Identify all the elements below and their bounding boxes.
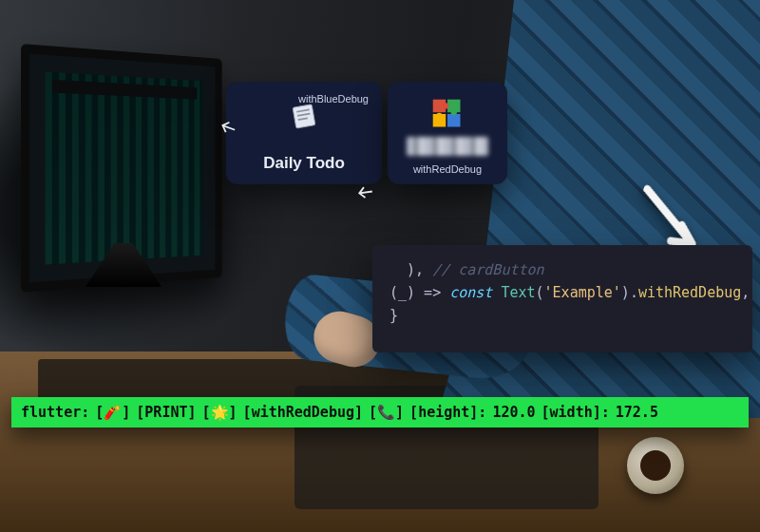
console-output: flutter: [ 🧨 ] [ PRINT ] [ 🌟 ] [ withRed…	[11, 397, 749, 428]
code-snippet: ), // cardButton (_) => const Text('Exam…	[372, 245, 752, 352]
console-bracket-close: ]	[188, 404, 197, 421]
label-withRedDebug: withRedDebug	[388, 163, 507, 175]
svg-point-8	[443, 103, 448, 108]
code-string: 'Example'	[544, 284, 621, 301]
console-bracket-close: ]	[354, 404, 363, 421]
monitor-screen	[46, 72, 203, 265]
console-bracket-close: ]	[395, 404, 404, 421]
svg-point-9	[451, 109, 457, 115]
code-keyword-const: const	[449, 284, 492, 301]
console-bracket-open: [	[202, 404, 211, 421]
console-tag: withRedDebug	[252, 404, 354, 421]
code-dot: .	[630, 284, 638, 301]
code-paren-open: (	[536, 284, 544, 301]
page-icon	[288, 103, 320, 129]
console-bracket-open: [	[369, 404, 377, 421]
console-height-label: height	[418, 404, 469, 421]
code-line3-brace: }	[390, 307, 398, 324]
puzzle-icon	[430, 97, 465, 131]
svg-point-10	[436, 113, 442, 119]
console-bracket-close: ]	[122, 404, 130, 421]
code-paren-close: )	[621, 284, 630, 301]
console-prefix: flutter:	[21, 404, 89, 421]
card-blurred-title	[407, 137, 488, 156]
console-height-value: 120.0	[492, 404, 535, 421]
firecracker-icon: 🧨	[104, 404, 122, 421]
code-line2-open: (_) =>	[390, 284, 449, 301]
sparkle-icon: 🌟	[211, 404, 229, 421]
code-trailing-comma: ,	[741, 284, 750, 301]
code-comment: // cardButton	[432, 261, 543, 278]
svg-rect-7	[447, 114, 461, 127]
console-bracket-open: [	[409, 404, 418, 421]
console-bracket-open: [	[542, 404, 550, 421]
console-bracket-close: ]	[469, 404, 478, 421]
console-width-value: 172.5	[616, 404, 658, 421]
console-bracket-open: [	[243, 404, 252, 421]
code-type-text: Text	[501, 284, 535, 301]
card-daily-todo[interactable]: withBlueDebug Daily Todo	[226, 82, 382, 184]
phone-icon: 📞	[377, 404, 395, 421]
console-bracket-close: ]	[593, 404, 601, 421]
card-puzzle[interactable]: withRedDebug	[388, 82, 507, 184]
card-title: Daily Todo	[241, 154, 367, 173]
code-call-withRedDebug: withRedDebug	[638, 284, 741, 301]
console-bracket-open: [	[136, 404, 144, 421]
console-width-label: width	[550, 404, 593, 421]
console-bracket-close: ]	[229, 404, 238, 421]
console-print: PRINT	[144, 404, 187, 421]
debug-cards: withBlueDebug Daily Todo	[226, 82, 507, 184]
console-bracket-open: [	[95, 404, 104, 421]
coffee-cup	[627, 437, 684, 494]
svg-rect-0	[293, 104, 315, 128]
